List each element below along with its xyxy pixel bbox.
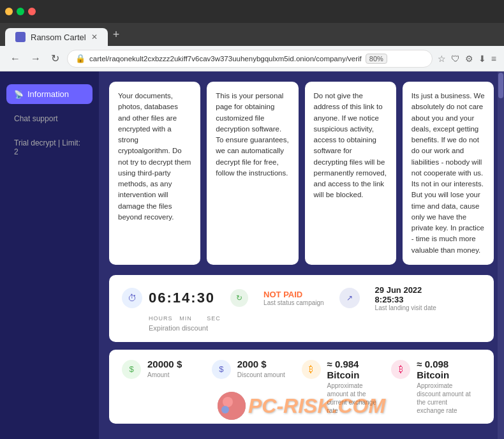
url-text: cartel/raqonekult2cxbzzz2ukiff7v6cav3w37… <box>89 55 362 63</box>
tab-bar: Ransom Cartel ✕ + <box>0 23 504 46</box>
status-sub: Last status campaign <box>263 299 324 306</box>
amounts-row: $ 20000 $ Amount $ 2000 $ Discount amoun… <box>109 350 494 424</box>
download-icon[interactable]: ⬇ <box>478 54 486 64</box>
timer-seconds: 30 <box>197 290 215 306</box>
zoom-badge: 80% <box>366 54 387 64</box>
refresh-icon: ↻ <box>230 289 248 307</box>
amount-label-3: Approximate amount at the current exchan… <box>327 382 382 415</box>
card-2: This is your personal page for obtaining… <box>207 82 298 265</box>
card-4: Its just a business. We absolutely do no… <box>403 82 494 265</box>
amount-value-4: ≈ 0.098 Bitcoin <box>417 359 471 380</box>
menu-icon[interactable]: ≡ <box>491 54 496 64</box>
card-3-text: Do not give the address of this link to … <box>314 92 387 198</box>
minutes-label: MIN <box>177 315 195 322</box>
timer-block: ⏱ 06:14:30 <box>122 288 215 308</box>
page-content: 📡 Information Chat support Trial decrypt… <box>0 71 504 439</box>
trending-icon: ↗ <box>339 288 360 308</box>
scrollbar[interactable] <box>498 71 504 439</box>
timer-labels: HOURS MIN SEC <box>149 315 481 322</box>
sidebar-item-information[interactable]: 📡 Information <box>6 84 93 104</box>
timer-minutes: 14 <box>173 290 191 306</box>
expiration-label: Expiration discount <box>149 324 481 332</box>
card-1: Your documents, photos, databases and ot… <box>109 82 200 265</box>
title-bar <box>0 0 504 23</box>
amount-block-2: $ 2000 $ Discount amount <box>212 359 302 415</box>
date-value: 29 Jun 2022 8:25:33 <box>375 285 436 304</box>
amount-block-4: ₿ ≈ 0.098 Bitcoin Approximate discount a… <box>391 359 481 415</box>
bitcoin-icon-1: ₿ <box>302 360 321 379</box>
active-tab[interactable]: Ransom Cartel ✕ <box>5 28 108 46</box>
maximize-button[interactable] <box>17 8 24 15</box>
radio-icon: 📡 <box>14 90 24 99</box>
shield-icon: 🛡 <box>451 54 460 64</box>
clock-icon: ⏱ <box>122 288 142 308</box>
bookmark-icon[interactable]: ☆ <box>438 54 446 64</box>
amount-value-1: 20000 $ <box>147 359 182 369</box>
tab-close-button[interactable]: ✕ <box>91 33 98 41</box>
back-button[interactable]: ← <box>8 50 23 67</box>
card-1-text: Your documents, photos, databases and ot… <box>118 92 191 221</box>
amount-label-2: Discount amount <box>237 371 285 379</box>
timer-row: ⏱ 06:14:30 ↻ NOT PAID Last status campai… <box>122 285 481 311</box>
new-tab-button[interactable]: + <box>108 26 125 44</box>
page-wrapper: 📡 Information Chat support Trial decrypt… <box>0 71 504 439</box>
extension-icon[interactable]: ⚙ <box>465 54 473 64</box>
sidebar-information-label: Information <box>27 89 69 99</box>
date-sub: Last landing visit date <box>375 304 436 311</box>
sidebar-item-trial[interactable]: Trial decrypt | Limit: 2 <box>6 133 93 161</box>
hours-label: HOURS <box>149 315 167 322</box>
toolbar-icons: ☆ 🛡 ⚙ ⬇ ≡ <box>438 54 496 64</box>
dollar-icon-2: $ <box>212 360 231 379</box>
main-area: Your documents, photos, databases and ot… <box>99 71 504 439</box>
amount-value-3: ≈ 0.984 Bitcoin <box>327 359 382 380</box>
reload-button[interactable]: ↻ <box>48 50 62 67</box>
amount-block-3: ₿ ≈ 0.984 Bitcoin Approximate amount at … <box>302 359 392 415</box>
amount-value-2: 2000 $ <box>237 359 285 369</box>
sidebar-chat-label: Chat support <box>14 114 58 123</box>
timer-section: ⏱ 06:14:30 ↻ NOT PAID Last status campai… <box>109 275 494 342</box>
status-block: NOT PAID Last status campaign <box>263 290 324 306</box>
cards-row: Your documents, photos, databases and ot… <box>109 82 494 265</box>
timer-hours: 06 <box>149 290 167 306</box>
forward-button[interactable]: → <box>28 50 43 67</box>
card-4-text: Its just a business. We absolutely do no… <box>411 92 485 254</box>
amount-label-1: Amount <box>147 371 182 379</box>
dollar-icon-1: $ <box>122 360 141 379</box>
sidebar-trial-label: Trial decrypt | Limit: 2 <box>14 138 80 156</box>
amount-block-1: $ 20000 $ Amount <box>122 359 212 415</box>
seconds-label: SEC <box>205 315 223 322</box>
window-controls <box>5 8 36 15</box>
browser-frame: Ransom Cartel ✕ + ← → ↻ 🔒 cartel/raqonek… <box>0 0 504 439</box>
bitcoin-icon-2: ₿ <box>391 360 410 379</box>
close-button[interactable] <box>28 8 36 15</box>
address-bar: ← → ↻ 🔒 cartel/raqonekult2cxbzzz2ukiff7v… <box>0 46 504 71</box>
card-2-text: This is your personal page for obtaining… <box>216 92 288 177</box>
sidebar-item-chat[interactable]: Chat support <box>6 109 93 128</box>
date-block: 29 Jun 2022 8:25:33 Last landing visit d… <box>375 285 436 311</box>
card-3: Do not give the address of this link to … <box>305 82 396 265</box>
sidebar: 📡 Information Chat support Trial decrypt… <box>0 71 99 439</box>
url-box[interactable]: 🔒 cartel/raqonekult2cxbzzz2ukiff7v6cav3w… <box>67 50 433 68</box>
tab-title: Ransom Cartel <box>31 33 86 42</box>
tab-favicon <box>15 32 26 42</box>
amount-label-4: Approximate discount amount at the curre… <box>417 382 471 415</box>
status-not-paid: NOT PAID <box>263 290 324 299</box>
minimize-button[interactable] <box>5 8 13 15</box>
timer-digits: 06:14:30 <box>149 290 215 306</box>
